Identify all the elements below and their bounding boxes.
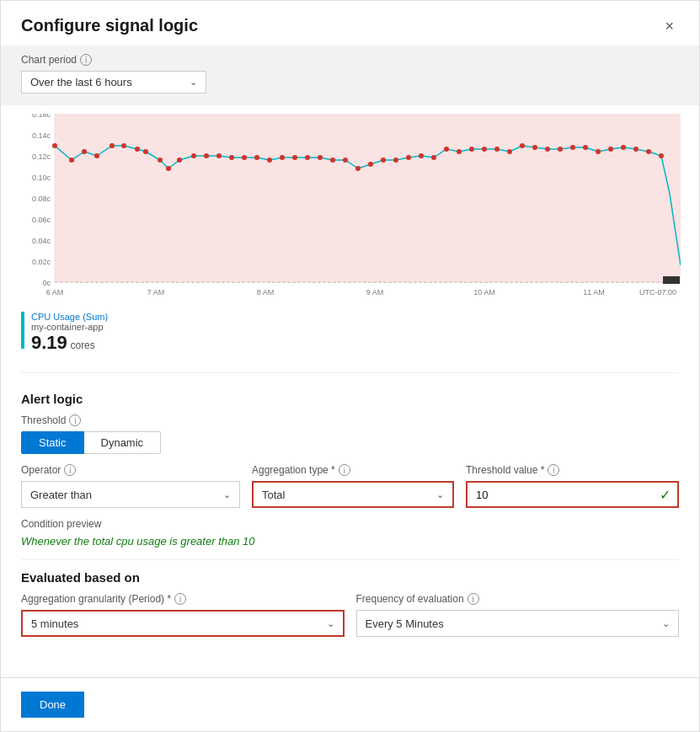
condition-preview-section: Condition preview Whenever the total cpu… [21, 518, 679, 548]
chevron-down-icon: ⌄ [190, 77, 197, 88]
dynamic-toggle-button[interactable]: Dynamic [84, 431, 162, 454]
svg-point-31 [191, 153, 196, 158]
svg-point-48 [406, 155, 411, 160]
checkmark-icon: ✓ [660, 487, 677, 503]
svg-point-64 [608, 147, 613, 152]
svg-text:10 AM: 10 AM [473, 288, 495, 297]
svg-point-63 [596, 149, 601, 154]
svg-point-45 [368, 162, 373, 167]
svg-point-20 [52, 143, 57, 148]
svg-text:0c: 0c [42, 279, 51, 287]
svg-point-23 [94, 153, 99, 158]
svg-text:0.14c: 0.14c [32, 131, 51, 140]
close-button[interactable]: × [660, 17, 679, 35]
svg-point-59 [545, 147, 550, 152]
divider-1 [21, 372, 679, 373]
svg-point-41 [318, 155, 323, 160]
threshold-value-input[interactable] [468, 484, 660, 506]
chart-period-label: Chart period i [21, 54, 679, 66]
legend-color-bar [21, 312, 24, 349]
svg-point-44 [355, 166, 361, 171]
frequency-evaluation-field: Frequency of evaluation i Every 5 Minute… [356, 593, 680, 637]
svg-point-39 [292, 155, 297, 160]
threshold-value-label: Threshold value * i [466, 464, 679, 476]
chart-period-section: Chart period i Over the last 6 hours ⌄ [1, 45, 699, 105]
svg-point-47 [393, 158, 398, 163]
svg-text:8 AM: 8 AM [257, 288, 275, 297]
svg-text:0.10c: 0.10c [32, 174, 51, 182]
svg-point-40 [305, 155, 310, 160]
svg-point-22 [82, 149, 87, 154]
svg-point-52 [457, 149, 462, 154]
frequency-evaluation-dropdown[interactable]: Every 5 Minutes ⌄ [356, 610, 680, 637]
svg-point-29 [166, 166, 171, 171]
legend-resource-name: my-container-app [31, 322, 108, 332]
threshold-value-info-icon[interactable]: i [548, 464, 559, 476]
agg-gran-chevron-icon: ⌄ [327, 618, 334, 629]
agg-gran-info-icon[interactable]: i [174, 593, 186, 605]
operator-info-icon[interactable]: i [64, 464, 76, 476]
done-button[interactable]: Done [21, 692, 84, 718]
static-toggle-button[interactable]: Static [21, 431, 84, 454]
svg-text:0.08c: 0.08c [32, 195, 51, 203]
freq-chevron-icon: ⌄ [662, 618, 670, 629]
aggregation-granularity-field: Aggregation granularity (Period) * i 5 m… [21, 593, 345, 637]
svg-text:9 AM: 9 AM [366, 288, 384, 297]
modal-header: Configure signal logic × [1, 1, 699, 45]
svg-point-60 [558, 147, 563, 152]
svg-point-28 [158, 158, 163, 163]
svg-text:0.02c: 0.02c [32, 258, 51, 266]
freq-info-icon[interactable]: i [468, 593, 479, 605]
svg-point-38 [280, 155, 285, 160]
svg-point-46 [381, 158, 386, 163]
svg-point-54 [482, 147, 487, 152]
svg-rect-76 [663, 276, 680, 284]
alert-fields-row: Operator i Greater than ⌄ Aggregation ty… [21, 464, 679, 508]
threshold-value-input-wrap: ✓ [466, 481, 679, 508]
agg-type-label: Aggregation type * i [252, 464, 454, 476]
chart-period-info-icon[interactable]: i [80, 54, 92, 66]
chart-container: 0.16c 0.14c 0.12c 0.10c 0.08c 0.06c 0.04… [21, 114, 679, 302]
svg-point-32 [204, 153, 209, 158]
evaluated-section-title: Evaluated based on [21, 570, 679, 585]
operator-dropdown[interactable]: Greater than ⌄ [21, 481, 240, 508]
svg-point-67 [646, 149, 651, 154]
aggregation-type-dropdown[interactable]: Total ⌄ [252, 481, 454, 508]
legend-text: CPU Usage (Sum) my-container-app 9.19 co… [31, 312, 108, 354]
svg-point-50 [431, 155, 436, 160]
svg-text:UTC-07:00: UTC-07:00 [639, 288, 676, 297]
evaluated-row: Aggregation granularity (Period) * i 5 m… [21, 593, 679, 637]
svg-point-30 [177, 158, 182, 163]
svg-point-49 [419, 153, 424, 158]
threshold-info-icon[interactable]: i [69, 414, 81, 426]
aggregation-granularity-dropdown[interactable]: 5 minutes ⌄ [21, 610, 345, 637]
svg-text:0.12c: 0.12c [32, 152, 51, 161]
svg-point-33 [216, 153, 222, 158]
svg-text:0.06c: 0.06c [32, 216, 51, 224]
agg-type-info-icon[interactable]: i [339, 464, 350, 476]
legend-value: 9.19 [31, 332, 67, 353]
operator-label: Operator i [21, 464, 240, 476]
svg-point-26 [135, 147, 140, 152]
condition-preview-text: Whenever the total cpu usage is greater … [21, 535, 679, 548]
svg-point-61 [570, 145, 575, 150]
svg-point-24 [110, 143, 115, 148]
threshold-value-field-group: Threshold value * i ✓ [466, 464, 679, 508]
configure-signal-logic-modal: Configure signal logic × Chart period i … [0, 0, 700, 732]
chart-period-dropdown[interactable]: Over the last 6 hours ⌄ [21, 71, 206, 94]
svg-point-55 [494, 147, 500, 152]
svg-point-35 [242, 155, 247, 160]
svg-point-58 [532, 145, 537, 150]
modal-title: Configure signal logic [21, 16, 198, 35]
threshold-label: Threshold i [21, 414, 679, 426]
operator-chevron-icon: ⌄ [223, 489, 231, 500]
alert-logic-title: Alert logic [21, 392, 679, 406]
svg-point-62 [583, 145, 588, 150]
freq-label: Frequency of evaluation i [356, 593, 680, 605]
legend-metric-name: CPU Usage (Sum) [31, 312, 108, 322]
svg-text:0.16c: 0.16c [32, 114, 51, 119]
chart-legend: CPU Usage (Sum) my-container-app 9.19 co… [21, 312, 679, 354]
svg-text:11 AM: 11 AM [583, 288, 605, 297]
agg-type-chevron-icon: ⌄ [436, 489, 444, 500]
svg-point-68 [659, 153, 664, 158]
